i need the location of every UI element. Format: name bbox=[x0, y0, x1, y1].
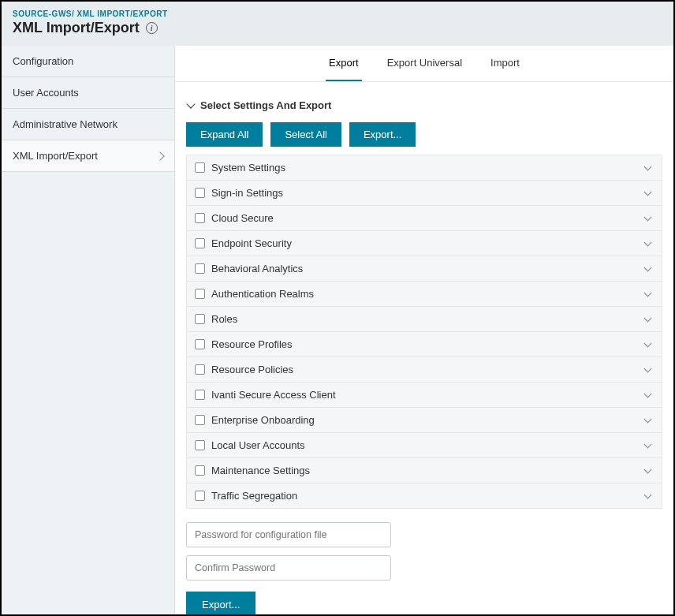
category-maintenance-settings[interactable]: Maintenance Settings bbox=[186, 457, 662, 483]
category-cloud-secure[interactable]: Cloud Secure bbox=[186, 205, 662, 231]
category-resource-policies[interactable]: Resource Policies bbox=[186, 357, 662, 383]
category-label: Cloud Secure bbox=[211, 212, 274, 224]
category-roles[interactable]: Roles bbox=[186, 306, 662, 332]
category-label: Endpoint Security bbox=[211, 237, 292, 249]
chevron-down-icon bbox=[644, 188, 652, 196]
chevron-down-icon bbox=[644, 238, 652, 246]
chevron-down-icon bbox=[644, 339, 652, 347]
category-sign-in-settings[interactable]: Sign-in Settings bbox=[186, 180, 662, 206]
category-label: Authentication Realms bbox=[211, 288, 314, 300]
checkbox[interactable] bbox=[195, 491, 205, 501]
sidebar-item-label: Administrative Network bbox=[13, 118, 117, 130]
chevron-down-icon bbox=[644, 390, 652, 398]
category-behavioral-analytics[interactable]: Behavioral Analytics bbox=[186, 256, 662, 282]
sidebar: Configuration User Accounts Administrati… bbox=[2, 46, 175, 614]
tab-export[interactable]: Export bbox=[326, 46, 362, 81]
breadcrumb-sep: / bbox=[72, 9, 74, 18]
tab-export-universal[interactable]: Export Universal bbox=[384, 46, 465, 81]
checkbox[interactable] bbox=[195, 188, 205, 198]
chevron-down-icon bbox=[644, 314, 652, 322]
export-top-button[interactable]: Export... bbox=[349, 122, 416, 147]
select-all-button[interactable]: Select All bbox=[270, 122, 341, 147]
confirm-password-input[interactable] bbox=[186, 555, 391, 581]
checkbox[interactable] bbox=[195, 162, 205, 173]
category-label: Maintenance Settings bbox=[211, 465, 310, 476]
tab-label: Import bbox=[490, 57, 520, 69]
category-label: Local User Accounts bbox=[211, 439, 305, 451]
tab-import[interactable]: Import bbox=[487, 46, 523, 81]
checkbox[interactable] bbox=[195, 465, 205, 476]
chevron-down-icon bbox=[644, 440, 652, 448]
page-title: XML Import/Export bbox=[13, 20, 140, 36]
breadcrumb[interactable]: SOURCE-GWS/ XML IMPORT/EXPORT bbox=[13, 9, 662, 18]
page-header: SOURCE-GWS/ XML IMPORT/EXPORT XML Import… bbox=[2, 2, 673, 46]
sidebar-item-xml-import-export[interactable]: XML Import/Export bbox=[2, 140, 174, 172]
chevron-down-icon bbox=[186, 99, 195, 108]
checkbox[interactable] bbox=[195, 238, 205, 248]
section-toggle[interactable]: Select Settings And Export bbox=[186, 93, 662, 122]
category-label: Sign-in Settings bbox=[211, 187, 283, 199]
sidebar-item-administrative-network[interactable]: Administrative Network bbox=[2, 109, 174, 140]
chevron-down-icon bbox=[644, 162, 652, 170]
chevron-down-icon bbox=[644, 263, 652, 271]
category-ivanti-secure-access-client[interactable]: Ivanti Secure Access Client bbox=[186, 382, 662, 408]
breadcrumb-root[interactable]: SOURCE-GWS bbox=[13, 9, 72, 18]
category-label: Resource Profiles bbox=[211, 338, 293, 350]
checkbox[interactable] bbox=[195, 440, 205, 450]
tab-label: Export bbox=[329, 57, 359, 69]
chevron-down-icon bbox=[644, 213, 652, 221]
tab-bar: Export Export Universal Import bbox=[175, 46, 673, 82]
chevron-down-icon bbox=[644, 289, 652, 297]
breadcrumb-page[interactable]: XML IMPORT/EXPORT bbox=[77, 9, 168, 18]
section-title: Select Settings And Export bbox=[200, 99, 331, 111]
category-authentication-realms[interactable]: Authentication Realms bbox=[186, 281, 662, 307]
category-endpoint-security[interactable]: Endpoint Security bbox=[186, 230, 662, 256]
chevron-down-icon bbox=[644, 415, 652, 423]
category-label: System Settings bbox=[211, 162, 285, 174]
category-label: Resource Policies bbox=[211, 364, 293, 375]
checkbox[interactable] bbox=[195, 289, 205, 299]
category-enterprise-onboarding[interactable]: Enterprise Onboarding bbox=[186, 407, 662, 433]
checkbox[interactable] bbox=[195, 390, 205, 400]
checkbox[interactable] bbox=[195, 213, 205, 223]
category-system-settings[interactable]: System Settings bbox=[186, 155, 662, 181]
checkbox[interactable] bbox=[195, 364, 205, 375]
checkbox[interactable] bbox=[195, 314, 205, 324]
chevron-right-icon bbox=[155, 151, 164, 160]
main-content: Export Export Universal Import Select Se… bbox=[175, 46, 673, 614]
category-resource-profiles[interactable]: Resource Profiles bbox=[186, 331, 662, 357]
checkbox[interactable] bbox=[195, 415, 205, 425]
sidebar-item-user-accounts[interactable]: User Accounts bbox=[2, 77, 174, 109]
config-password-input[interactable] bbox=[186, 522, 391, 547]
category-label: Roles bbox=[211, 313, 237, 325]
sidebar-item-label: User Accounts bbox=[13, 87, 79, 99]
chevron-down-icon bbox=[644, 465, 652, 473]
expand-all-button[interactable]: Expand All bbox=[186, 122, 263, 147]
checkbox[interactable] bbox=[195, 339, 205, 349]
category-label: Enterprise Onboarding bbox=[211, 414, 315, 426]
export-bottom-button[interactable]: Export... bbox=[186, 592, 255, 614]
info-icon[interactable]: i bbox=[146, 22, 158, 34]
sidebar-item-label: Configuration bbox=[13, 55, 73, 67]
sidebar-item-label: XML Import/Export bbox=[13, 150, 98, 162]
category-local-user-accounts[interactable]: Local User Accounts bbox=[186, 432, 662, 458]
chevron-down-icon bbox=[644, 364, 652, 372]
tab-label: Export Universal bbox=[387, 57, 462, 69]
sidebar-item-configuration[interactable]: Configuration bbox=[2, 46, 174, 77]
checkbox[interactable] bbox=[195, 263, 205, 274]
settings-category-list: System Settings Sign-in Settings Cloud S… bbox=[186, 155, 662, 508]
category-label: Ivanti Secure Access Client bbox=[211, 389, 336, 401]
category-label: Traffic Segregation bbox=[211, 490, 297, 502]
category-label: Behavioral Analytics bbox=[211, 263, 303, 274]
chevron-down-icon bbox=[644, 491, 652, 498]
category-traffic-segregation[interactable]: Traffic Segregation bbox=[186, 483, 662, 509]
